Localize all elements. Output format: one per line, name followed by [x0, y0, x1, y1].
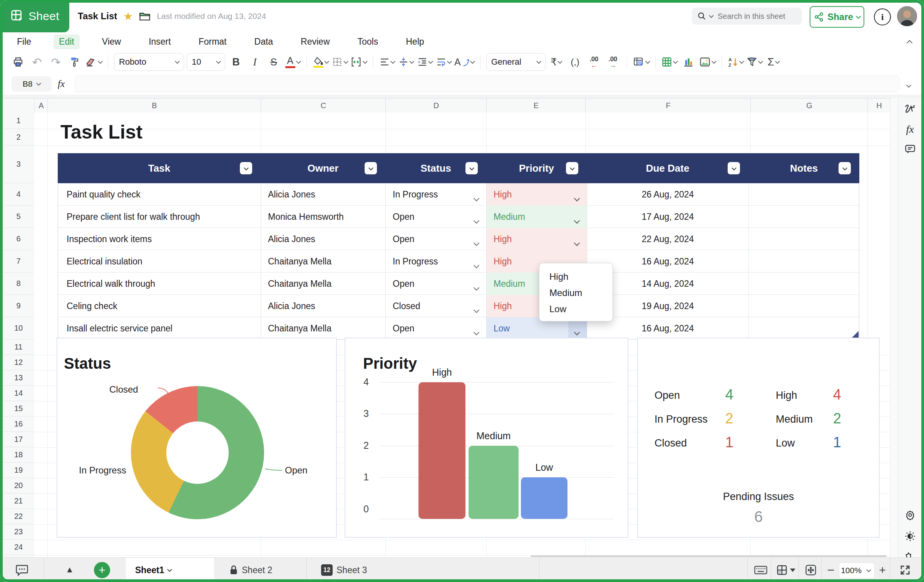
row-header-15[interactable]: 15	[3, 401, 34, 416]
font-size-select[interactable]: 10	[187, 53, 225, 71]
sort-button[interactable]: AZ	[728, 53, 744, 71]
row-header-19[interactable]: 19	[3, 463, 34, 478]
print-button[interactable]	[10, 53, 26, 71]
chevron-down-icon[interactable]	[575, 326, 579, 337]
column-header-H[interactable]: H	[867, 99, 891, 112]
dropdown-option-medium[interactable]: Medium	[549, 285, 613, 301]
comments-icon[interactable]	[898, 140, 922, 158]
row-header-4[interactable]: 4	[3, 183, 34, 206]
chevron-down-icon[interactable]	[575, 237, 579, 248]
undo-button[interactable]: ↶	[29, 53, 45, 71]
menu-format[interactable]: Format	[193, 34, 232, 49]
chat-button[interactable]	[0, 558, 44, 582]
decrease-decimal-button[interactable]: .00←	[586, 53, 602, 71]
filter-owner-button[interactable]	[365, 162, 377, 174]
zoom-level[interactable]: 100%	[839, 562, 864, 579]
indent-button[interactable]	[417, 53, 433, 71]
row-header-22[interactable]: 22	[3, 509, 34, 524]
comma-format-button[interactable]: (,)	[567, 53, 583, 71]
row-header-2[interactable]: 2	[3, 129, 34, 146]
row-header-12[interactable]: 12	[3, 355, 34, 370]
chevron-down-icon[interactable]	[474, 215, 479, 225]
zia-assistant-icon[interactable]	[898, 100, 922, 118]
row-header-9[interactable]: 9	[3, 295, 34, 317]
menu-edit[interactable]: Edit	[54, 34, 80, 49]
zoom-out-button[interactable]: −	[823, 558, 839, 582]
tab-sheet1[interactable]: Sheet1	[126, 558, 214, 582]
chevron-down-icon[interactable]	[474, 282, 479, 292]
chevron-down-icon[interactable]	[575, 192, 579, 203]
collapse-toolbar-button[interactable]	[904, 37, 915, 46]
column-header-G[interactable]: G	[750, 99, 868, 112]
row-header-11[interactable]: 11	[3, 340, 34, 355]
search-input[interactable]	[692, 8, 802, 25]
menu-tools[interactable]: Tools	[352, 34, 384, 49]
font-color-button[interactable]: A	[285, 53, 301, 71]
filter-task-button[interactable]	[240, 162, 252, 174]
horizontal-align-button[interactable]	[379, 53, 395, 71]
eraser-button[interactable]	[85, 53, 102, 71]
row-header-16[interactable]: 16	[3, 416, 34, 432]
column-header-F[interactable]: F	[585, 99, 751, 112]
status-dropdown-cell[interactable]: Closed	[385, 295, 486, 317]
status-dropdown-cell[interactable]: In Progress	[385, 183, 486, 206]
row-header-20[interactable]: 20	[3, 478, 34, 493]
column-header-B[interactable]: B	[47, 99, 261, 112]
zoom-in-button[interactable]: +	[875, 558, 890, 582]
row-header-23[interactable]: 23	[3, 524, 34, 540]
bold-button[interactable]: B	[228, 53, 244, 71]
dropdown-option-low[interactable]: Low	[549, 301, 613, 317]
folder-icon[interactable]	[139, 11, 151, 21]
vertical-scrollbar[interactable]	[890, 98, 898, 557]
font-family-select[interactable]: Roboto	[114, 53, 184, 71]
increase-decimal-button[interactable]: .00→	[605, 53, 621, 71]
row-header-13[interactable]: 13	[3, 370, 34, 386]
insert-chart-button[interactable]	[680, 53, 696, 71]
chevron-down-icon[interactable]	[474, 192, 479, 203]
row-header-17[interactable]: 17	[3, 432, 34, 447]
row-header-14[interactable]: 14	[3, 386, 34, 401]
virtual-keyboard-button[interactable]	[751, 558, 771, 582]
row-header-10[interactable]: 10	[3, 317, 34, 340]
favorite-star-icon[interactable]: ★	[123, 10, 133, 23]
row-header-18[interactable]: 18	[3, 447, 34, 463]
status-dropdown-cell[interactable]: Open	[385, 273, 486, 295]
fit-to-screen-button[interactable]	[801, 558, 821, 582]
tab-sheet3[interactable]: 12 Sheet 3	[312, 558, 376, 582]
chevron-down-icon[interactable]	[474, 304, 479, 314]
redo-button[interactable]: ↷	[48, 53, 64, 71]
formula-bar-expand-caret-icon[interactable]	[907, 82, 911, 89]
merge-cells-button[interactable]	[350, 53, 367, 71]
menu-view[interactable]: View	[97, 34, 126, 49]
horizontal-scrollbar[interactable]	[531, 555, 887, 557]
add-sheet-button[interactable]: +	[94, 562, 110, 578]
conditional-format-button[interactable]	[633, 53, 649, 71]
view-mode-button[interactable]	[773, 558, 798, 582]
status-dropdown-cell[interactable]: Open	[385, 317, 486, 340]
row-header-3[interactable]: 3	[3, 146, 34, 183]
search-text-field[interactable]	[717, 12, 792, 21]
text-wrap-button[interactable]	[435, 53, 452, 71]
functions-fx-icon[interactable]: fx	[898, 120, 922, 138]
chevron-down-icon[interactable]	[474, 326, 479, 337]
filter-priority-button[interactable]	[566, 162, 578, 174]
status-dropdown-cell[interactable]: In Progress	[385, 250, 486, 273]
app-logo[interactable]: Sheet	[0, 0, 69, 32]
column-header-D[interactable]: D	[385, 99, 487, 112]
chevron-down-icon[interactable]	[575, 215, 579, 225]
sum-button[interactable]: Σ	[765, 53, 782, 71]
chevron-down-icon[interactable]	[474, 237, 479, 248]
search-options-caret-icon[interactable]	[709, 13, 714, 18]
row-header-6[interactable]: 6	[3, 228, 34, 250]
menu-help[interactable]: Help	[400, 34, 429, 49]
info-button[interactable]: i	[874, 8, 891, 25]
share-button[interactable]: Share	[810, 6, 864, 28]
chevron-down-icon[interactable]	[474, 259, 479, 270]
format-painter-button[interactable]	[67, 53, 83, 71]
column-header-A[interactable]: A	[34, 99, 48, 112]
priority-dropdown-cell[interactable]: Medium	[486, 206, 587, 228]
row-header-8[interactable]: 8	[3, 273, 34, 295]
document-title[interactable]: Task List	[78, 11, 117, 22]
strikethrough-button[interactable]: S	[266, 53, 282, 71]
table-resize-handle[interactable]	[852, 331, 859, 338]
